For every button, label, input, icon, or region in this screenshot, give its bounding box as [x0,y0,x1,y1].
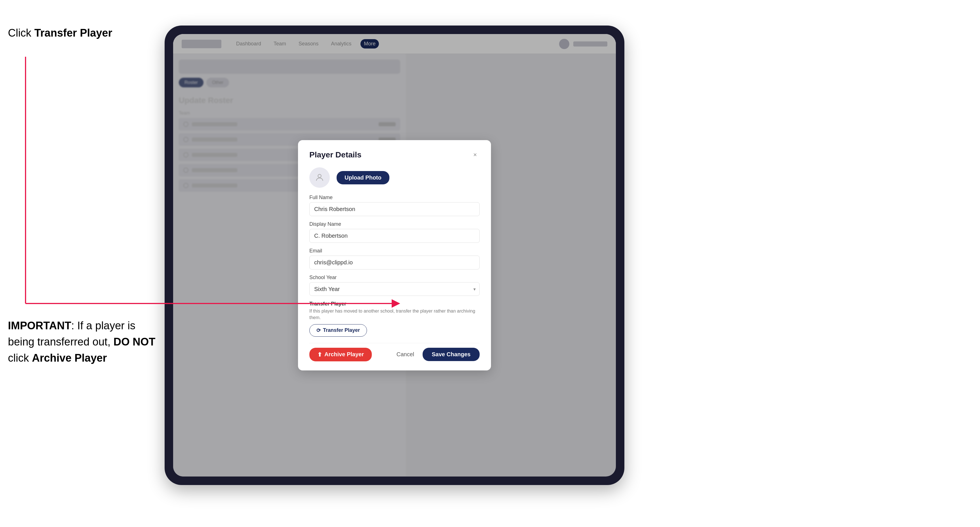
transfer-player-section: Transfer Player If this player has moved… [309,301,480,337]
instruction-top: Click Transfer Player [8,25,112,41]
instruction-top-bold: Transfer Player [34,27,112,39]
email-label: Email [309,248,480,254]
email-input[interactable] [309,256,480,270]
modal-title: Player Details [309,150,361,159]
photo-circle [309,167,330,188]
transfer-player-description: If this player has moved to another scho… [309,308,480,321]
school-year-label: School Year [309,275,480,281]
full-name-group: Full Name [309,195,480,216]
instruction-archive-bold: Archive Player [32,352,107,364]
school-year-select[interactable]: First Year Second Year Third Year Fourth… [309,282,480,296]
full-name-input[interactable] [309,202,480,216]
modal-close-button[interactable]: × [471,150,480,159]
svg-point-0 [318,175,321,178]
school-year-wrapper: First Year Second Year Third Year Fourth… [309,282,480,296]
school-year-group: School Year First Year Second Year Third… [309,275,480,296]
display-name-group: Display Name [309,221,480,243]
email-group: Email [309,248,480,270]
transfer-button-label: Transfer Player [323,327,360,333]
modal-header: Player Details × [309,150,480,159]
player-details-modal: Player Details × Upload Photo [298,140,491,370]
instruction-top-prefix: Click [8,27,34,39]
full-name-label: Full Name [309,195,480,200]
upload-photo-button[interactable]: Upload Photo [337,171,390,184]
device-screen: Dashboard Team Seasons Analytics More Ro… [173,34,616,476]
transfer-icon: ⟳ [317,327,321,333]
content-area: Roster Other Update Roster Team [173,54,616,476]
transfer-player-button[interactable]: ⟳ Transfer Player [309,324,367,337]
archive-player-button[interactable]: ⬆ Archive Player [309,348,372,361]
transfer-player-title: Transfer Player [309,301,480,307]
save-changes-button[interactable]: Save Changes [423,348,480,361]
instruction-do-not: DO NOT [113,336,156,348]
device-frame: Dashboard Team Seasons Analytics More Ro… [165,25,624,485]
modal-overlay: Player Details × Upload Photo [173,34,616,476]
display-name-label: Display Name [309,221,480,227]
instruction-click: click [8,352,32,364]
instruction-bottom: IMPORTANT: If a player is being transfer… [8,317,156,366]
display-name-input[interactable] [309,229,480,243]
modal-footer: ⬆ Archive Player Cancel Save Changes [309,343,480,361]
archive-label: Archive Player [325,351,364,358]
instruction-important: IMPORTANT [8,320,71,332]
photo-upload-row: Upload Photo [309,167,480,188]
footer-right: Cancel Save Changes [391,348,480,361]
cancel-button[interactable]: Cancel [391,348,420,361]
archive-icon: ⬆ [317,351,322,358]
